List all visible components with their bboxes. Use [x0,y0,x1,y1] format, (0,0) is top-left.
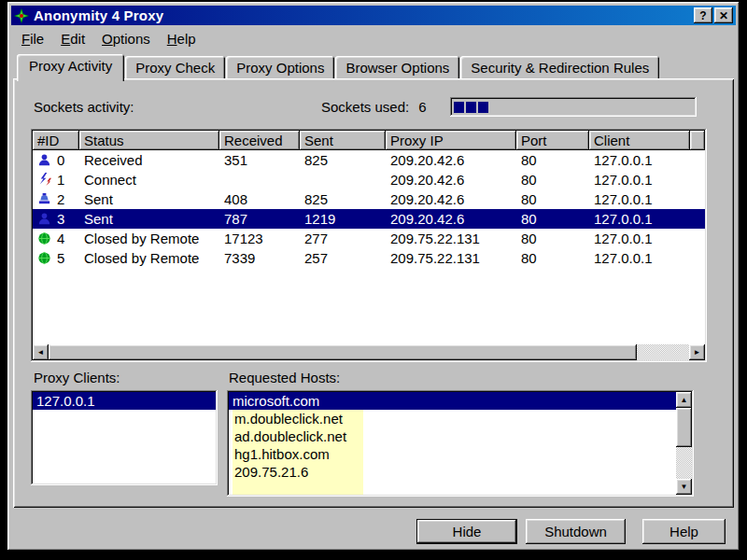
cell-client: 127.0.0.1 [589,170,690,189]
cell-id: 1 [33,170,79,189]
column-header-received[interactable]: Received [219,131,300,150]
cell-sent: 825 [300,150,386,170]
host-list-item[interactable]: hg1.hitbox.com [229,445,676,463]
cell-port: 80 [516,229,589,248]
proxy-clients-label: Proxy Clients: [34,370,120,385]
vertical-scrollbar: ▲▼ [676,392,692,495]
scroll-up-button[interactable]: ▲ [676,392,692,408]
column-header-status[interactable]: Status [79,131,219,150]
cell-status: Sent [79,209,219,229]
horizontal-scrollbar: ◄► [33,344,705,360]
proxy-activity-panel: Sockets activity: Sockets used:6 #IDStat… [13,78,734,508]
table-body: 0Received351825209.20.42.680127.0.0.11Co… [33,150,705,344]
cell-sent: 1219 [300,209,386,229]
help-titlebar-button[interactable]: ? [694,7,712,23]
cell-received: 7339 [219,248,300,268]
cell-client: 127.0.0.1 [589,189,690,209]
cell-proxy_ip: 209.75.22.131 [386,229,516,248]
cell-port: 80 [516,209,589,229]
cell-id-text: 1 [57,172,64,188]
tab-proxy-check[interactable]: Proxy Check [125,56,225,78]
column-header-filler [690,131,705,150]
cell-received: 787 [219,209,300,229]
stamp-icon [37,192,51,206]
scroll-right-icon: ► [694,348,701,357]
cell-id: 4 [33,229,79,248]
vscroll-thumb[interactable] [676,408,692,447]
cell-status: Closed by Remote [79,248,219,268]
tab-browser-options[interactable]: Browser Options [335,56,459,78]
menu-item-options[interactable]: Options [93,29,159,49]
host-list-item[interactable]: 209.75.21.6 [229,463,676,481]
cell-sent: 257 [300,248,386,268]
hscroll-thumb[interactable] [49,344,637,360]
cell-client: 127.0.0.1 [589,229,690,248]
vscroll-track[interactable] [676,447,692,479]
requested-hosts-label: Requested Hosts: [229,370,340,385]
table-row[interactable]: 5Closed by Remote7339257209.75.22.131801… [33,248,705,268]
column-header-id[interactable]: #ID [33,131,79,150]
cell-port: 80 [516,150,589,170]
cell-status: Connect [79,170,219,189]
host-list-item[interactable]: ad.doubleclick.net [229,427,676,445]
cell-received: 17123 [219,229,300,248]
cell-proxy_ip: 209.75.22.131 [386,248,516,268]
host-item-highlight [233,481,363,495]
cell-received: 351 [219,150,300,170]
hide-button[interactable]: Hide [416,519,517,544]
cell-port: 80 [516,248,589,268]
proxy-clients-list: 127.0.0.1 [31,390,218,485]
column-header-proxy-ip[interactable]: Proxy IP [386,131,516,150]
cell-port: 80 [516,170,589,189]
user-icon [37,212,51,226]
tab-proxy-options[interactable]: Proxy Options [226,56,334,78]
cell-status: Received [79,150,219,170]
cell-id: 3 [33,209,79,229]
globe-icon [37,231,51,245]
help-button[interactable]: Help [642,519,726,544]
table-row[interactable]: 4Closed by Remote17123277209.75.22.13180… [33,229,705,248]
table-row[interactable]: 1Connect209.20.42.680127.0.0.1 [33,170,705,189]
menu-item-help[interactable]: Help [159,29,204,49]
hscroll-track[interactable] [637,344,689,360]
cell-proxy_ip: 209.20.42.6 [386,189,516,209]
cell-id-text: 3 [57,211,64,227]
cell-received [219,170,300,189]
cell-client: 127.0.0.1 [589,248,690,268]
column-header-port[interactable]: Port [516,131,589,150]
cell-sent [300,170,386,189]
requested-hosts-items: microsoft.comm.doubleclick.netad.doublec… [229,392,676,495]
tab-security-redirection-rules[interactable]: Security & Redirection Rules [460,56,659,78]
scroll-down-button[interactable]: ▼ [676,479,692,495]
shutdown-button[interactable]: Shutdown [526,519,626,544]
host-list-item[interactable] [229,481,676,495]
connections-table: #IDStatusReceivedSentProxy IPPortClient … [31,129,707,362]
table-row[interactable]: 3Sent7871219209.20.42.680127.0.0.1 [33,209,705,229]
menu-item-edit[interactable]: Edit [52,29,93,49]
app-window: Anonymity 4 Proxy ? ✕ FileEditOptionsHel… [7,2,740,551]
sockets-used-text: Sockets used: [321,99,409,115]
host-list-item[interactable]: microsoft.com [229,392,676,410]
menu-item-file[interactable]: File [13,29,52,49]
scroll-left-button[interactable]: ◄ [33,344,49,360]
user-icon [37,153,51,167]
scroll-right-button[interactable]: ► [689,344,705,360]
column-header-client[interactable]: Client [589,131,690,150]
cell-proxy_ip: 209.20.42.6 [386,150,516,170]
table-row[interactable]: 2Sent408825209.20.42.680127.0.0.1 [33,189,705,209]
cell-received: 408 [219,189,300,209]
client-list-item[interactable]: 127.0.0.1 [33,392,216,410]
table-row[interactable]: 0Received351825209.20.42.680127.0.0.1 [33,150,705,170]
tab-proxy-activity[interactable]: Proxy Activity [17,54,124,81]
close-button[interactable]: ✕ [714,7,733,23]
column-header-sent[interactable]: Sent [300,131,386,150]
table-header: #IDStatusReceivedSentProxy IPPortClient [33,131,705,150]
menubar: FileEditOptionsHelp [13,28,204,49]
cell-proxy_ip: 209.20.42.6 [386,209,516,229]
sockets-used-count: 6 [418,99,426,115]
progress-segment [478,102,488,113]
scroll-left-icon: ◄ [37,348,45,357]
host-list-item[interactable]: m.doubleclick.net [229,410,676,427]
sockets-used-label: Sockets used:6 [321,99,427,115]
cell-id-text: 2 [57,191,64,207]
